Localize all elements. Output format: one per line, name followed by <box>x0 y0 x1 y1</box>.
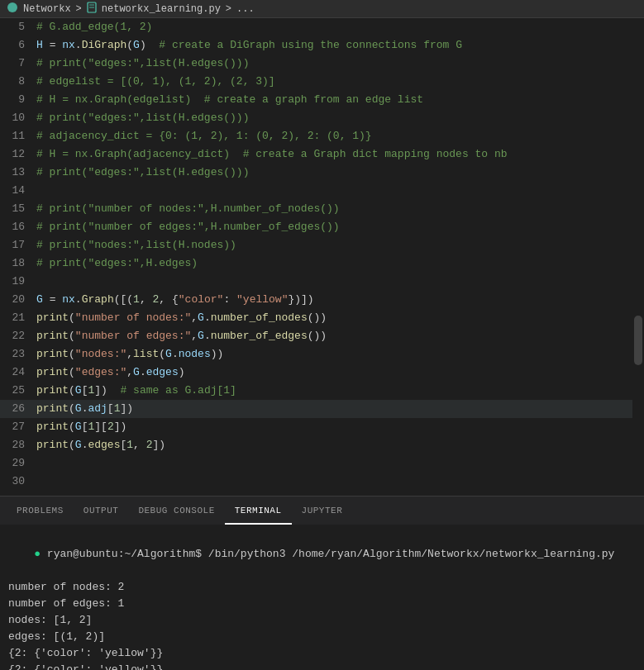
code-line-7: 7 # print("edges:",list(H.edges())) <box>0 55 644 73</box>
code-line-14: 14 <box>0 182 644 200</box>
panel-tabs: PROBLEMS OUTPUT DEBUG CONSOLE TERMINAL J… <box>0 496 644 525</box>
breadcrumb-more: ... <box>236 3 255 15</box>
code-editor: 5 # G.add_edge(1, 2) 6 H = nx.DiGraph(G)… <box>0 18 644 496</box>
code-line-12: 12 # H = nx.Graph(adjacency_dict) # crea… <box>0 145 644 164</box>
code-line-6: 6 H = nx.DiGraph(G) # create a DiGraph u… <box>0 36 644 55</box>
code-line-5: 5 # G.add_edge(1, 2) <box>0 18 644 36</box>
svg-point-0 <box>7 2 17 12</box>
code-line-22: 22 print("number of edges:",G.number_of_… <box>0 327 644 345</box>
terminal-output-5: {2: {'color': 'yellow'}} <box>8 645 636 662</box>
code-line-24: 24 print("edges:",G.edges) <box>0 364 644 382</box>
terminal-command: ryan@ubuntu:~/Algorithm$ /bin/python3 /h… <box>47 548 615 560</box>
code-line-18: 18 # print("edges:",H.edges) <box>0 254 644 273</box>
scrollbar-thumb[interactable] <box>634 316 642 365</box>
terminal-command-line: ● ryan@ubuntu:~/Algorithm$ /bin/python3 … <box>8 530 636 579</box>
app-icon <box>7 2 18 17</box>
code-line-29: 29 <box>0 454 644 473</box>
breadcrumb-sep2: > <box>226 3 231 15</box>
tab-problems[interactable]: PROBLEMS <box>7 498 74 525</box>
terminal-area: ● ryan@ubuntu:~/Algorithm$ /bin/python3 … <box>0 525 644 670</box>
terminal-output-1: number of nodes: 2 <box>8 579 636 596</box>
code-line-28: 28 print(G.edges[1, 2]) <box>0 436 644 454</box>
app-name: Networkx <box>23 3 71 15</box>
scrollbar[interactable] <box>632 18 644 496</box>
title-bar: Networkx > networkx_learning.py > ... <box>0 0 644 18</box>
tab-output[interactable]: OUTPUT <box>74 498 129 525</box>
code-line-25: 25 print(G[1]) # same as G.adj[1] <box>0 382 644 400</box>
tab-jupyter[interactable]: JUPYTER <box>292 498 353 525</box>
tab-debug-console[interactable]: DEBUG CONSOLE <box>128 498 224 525</box>
code-line-26: 26 print(G.adj[1]) <box>0 400 644 418</box>
code-line-21: 21 print("number of nodes:",G.number_of_… <box>0 309 644 327</box>
code-line-10: 10 # print("edges:",list(H.edges())) <box>0 109 644 127</box>
terminal-output-2: number of edges: 1 <box>8 596 636 612</box>
code-line-16: 16 # print("number of edges:",H.number_o… <box>0 218 644 236</box>
terminal-prompt-dot: ● <box>34 548 47 560</box>
file-icon <box>87 2 97 17</box>
code-lines: 5 # G.add_edge(1, 2) 6 H = nx.DiGraph(G)… <box>0 18 644 491</box>
filename: networkx_learning.py <box>102 3 221 15</box>
terminal-output-4: edges: [(1, 2)] <box>8 629 636 645</box>
code-line-19: 19 <box>0 273 644 291</box>
code-line-17: 17 # print("nodes:",list(H.nodes)) <box>0 236 644 254</box>
code-line-15: 15 # print("number of nodes:",H.number_o… <box>0 200 644 218</box>
code-line-27: 27 print(G[1][2]) <box>0 418 644 436</box>
code-line-13: 13 # print("edges:",list(H.edges())) <box>0 164 644 182</box>
terminal-output-3: nodes: [1, 2] <box>8 612 636 629</box>
terminal-output-6: {2: {'color': 'yellow'}} <box>8 662 636 670</box>
code-line-23: 23 print("nodes:",list(G.nodes)) <box>0 345 644 364</box>
code-line-8: 8 # edgelist = [(0, 1), (1, 2), (2, 3)] <box>0 73 644 91</box>
code-line-11: 11 # adjacency_dict = {0: (1, 2), 1: (0,… <box>0 127 644 145</box>
breadcrumb-sep1: > <box>76 3 82 15</box>
code-line-9: 9 # H = nx.Graph(edgelist) # create a gr… <box>0 91 644 109</box>
code-line-30: 30 <box>0 473 644 491</box>
tab-terminal[interactable]: TERMINAL <box>225 498 292 525</box>
code-line-20: 20 G = nx.Graph([(1, 2, {"color": "yello… <box>0 291 644 309</box>
